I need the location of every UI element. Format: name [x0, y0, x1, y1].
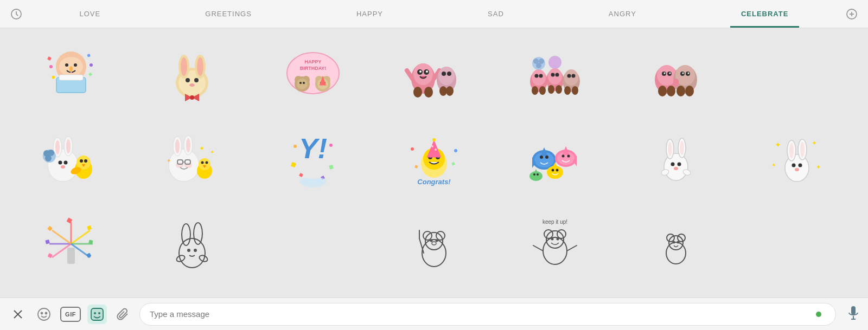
svg-point-117	[84, 159, 87, 163]
svg-text:✦: ✦	[775, 140, 781, 149]
sticker-confetti-explosion[interactable]	[11, 202, 132, 286]
sticker-keep-it-up-bear[interactable]: keep it up!	[494, 202, 615, 286]
svg-point-82	[567, 74, 571, 77]
sticker-bunny-chick[interactable]	[11, 118, 132, 202]
sticker-bunny-stars[interactable]: ✦ ✦ ✦ ✦	[736, 118, 857, 202]
sticker-y-sparkle[interactable]: Y!	[253, 118, 374, 202]
svg-point-260	[98, 312, 100, 314]
sticker-bunny-bow[interactable]	[132, 34, 253, 118]
sticker-pink-creatures-pompom[interactable]	[494, 34, 615, 118]
sticker-bunny-outline[interactable]	[132, 202, 253, 286]
tabs: LOVE GREETINGS HAPPY SAD ANGRY CELEBRATE	[27, 0, 841, 28]
svg-point-6	[65, 63, 68, 67]
sticker-congrats-shark[interactable]: Congrats!	[374, 118, 495, 202]
svg-point-11	[69, 66, 73, 72]
svg-point-259	[94, 312, 96, 314]
sticker-pink-creatures-dancing[interactable]	[374, 34, 495, 118]
svg-text:keep it up!: keep it up!	[542, 219, 567, 225]
svg-point-122	[175, 139, 180, 153]
svg-point-26	[189, 83, 195, 87]
svg-point-52	[426, 70, 428, 73]
svg-rect-14	[52, 75, 55, 79]
sticker-bear-pointing[interactable]	[374, 202, 495, 286]
svg-point-116	[80, 159, 83, 163]
sticker-empty-1	[736, 34, 857, 118]
sticker-white-bunny[interactable]	[615, 118, 736, 202]
svg-point-58	[438, 67, 455, 85]
svg-text:✦: ✦	[812, 139, 817, 147]
svg-point-37	[299, 82, 302, 84]
svg-rect-261	[851, 306, 856, 315]
svg-point-224	[187, 249, 190, 252]
tab-love[interactable]: LOVE	[69, 0, 112, 28]
svg-point-199	[792, 163, 795, 167]
svg-point-242	[551, 237, 553, 240]
svg-text:✦: ✦	[816, 164, 821, 170]
tab-celebrate[interactable]: CELEBRATE	[730, 0, 799, 28]
svg-point-84	[564, 86, 571, 95]
emoji-button[interactable]	[34, 305, 54, 324]
close-button[interactable]	[8, 305, 28, 324]
svg-point-189	[671, 162, 674, 166]
svg-point-51	[419, 70, 422, 73]
svg-point-24	[186, 78, 190, 82]
mic-button[interactable]	[847, 305, 860, 323]
svg-point-178	[551, 169, 554, 171]
message-input-container	[139, 303, 836, 326]
svg-point-109	[61, 165, 65, 169]
tab-greetings[interactable]: GREETINGS	[194, 0, 263, 28]
svg-point-60	[447, 72, 451, 76]
svg-point-191	[674, 167, 678, 170]
svg-rect-219	[46, 240, 50, 244]
sticker-button[interactable]	[87, 305, 107, 324]
svg-rect-220	[48, 225, 53, 231]
add-icon[interactable]	[841, 8, 863, 21]
svg-point-182	[533, 173, 535, 176]
svg-point-179	[556, 169, 558, 171]
svg-point-255	[41, 312, 43, 314]
svg-point-7	[74, 63, 77, 67]
svg-point-81	[564, 69, 578, 86]
sticker-cake-person[interactable]	[11, 34, 132, 118]
svg-text:Congrats!: Congrats!	[417, 178, 451, 186]
gif-button[interactable]: GIF	[60, 307, 81, 322]
svg-text:✦: ✦	[167, 158, 171, 164]
svg-line-244	[533, 245, 543, 251]
svg-point-113	[45, 155, 52, 161]
svg-text:✦: ✦	[210, 149, 214, 155]
svg-point-124	[186, 138, 190, 152]
svg-point-61	[439, 86, 447, 96]
svg-point-234	[432, 242, 436, 245]
svg-rect-206	[67, 248, 75, 264]
svg-point-93	[667, 86, 675, 96]
tab-angry[interactable]: ANGRY	[598, 0, 647, 28]
svg-point-227	[199, 254, 209, 263]
sticker-pink-creatures-hug[interactable]	[615, 34, 736, 118]
svg-point-36	[297, 79, 308, 89]
svg-point-85	[572, 86, 578, 95]
svg-point-157	[431, 145, 433, 147]
svg-point-226	[176, 254, 186, 263]
svg-text:Y!: Y!	[299, 133, 327, 164]
tab-happy[interactable]: HAPPY	[346, 0, 394, 28]
svg-rect-217	[86, 253, 92, 258]
svg-point-132	[201, 161, 204, 164]
svg-point-200	[798, 163, 802, 167]
svg-point-23	[197, 57, 203, 76]
tab-sad[interactable]: SAD	[477, 0, 515, 28]
sticker-happy-birthday-bears[interactable]: HAPPY BIRTHDAY!	[253, 34, 374, 118]
svg-marker-181	[534, 169, 538, 173]
svg-point-16	[49, 65, 53, 68]
svg-point-62	[446, 86, 454, 96]
sticker-bear-small[interactable]	[615, 202, 736, 286]
sticker-bunny-chick-glasses[interactable]: ✦ ✦ ✦	[132, 118, 253, 202]
attach-button[interactable]	[113, 305, 133, 324]
svg-rect-9	[59, 75, 83, 80]
svg-text:✦: ✦	[771, 162, 776, 168]
svg-point-64	[532, 69, 546, 86]
history-icon[interactable]	[5, 8, 27, 21]
sticker-baby-shark-family[interactable]	[494, 118, 615, 202]
message-input[interactable]	[150, 309, 816, 319]
svg-point-225	[194, 249, 197, 252]
svg-text:✦: ✦	[199, 145, 205, 152]
